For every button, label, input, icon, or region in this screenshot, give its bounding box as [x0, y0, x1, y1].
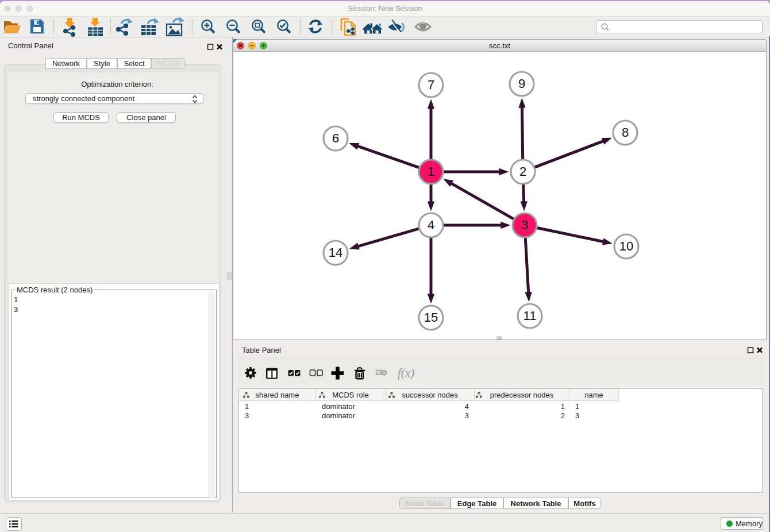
- svg-text:6: 6: [332, 131, 339, 145]
- svg-text:1: 1: [428, 164, 434, 179]
- svg-text:8: 8: [622, 125, 629, 140]
- svg-text:11: 11: [523, 309, 537, 323]
- svg-text:9: 9: [518, 76, 525, 91]
- svg-text:4: 4: [428, 218, 434, 232]
- svg-text:15: 15: [424, 310, 438, 325]
- svg-text:3: 3: [521, 218, 528, 232]
- svg-text:2: 2: [519, 164, 526, 179]
- svg-text:14: 14: [329, 245, 342, 260]
- svg-text:10: 10: [619, 239, 633, 253]
- svg-text:f(x): f(x): [398, 366, 414, 380]
- svg-text:7: 7: [428, 78, 434, 92]
